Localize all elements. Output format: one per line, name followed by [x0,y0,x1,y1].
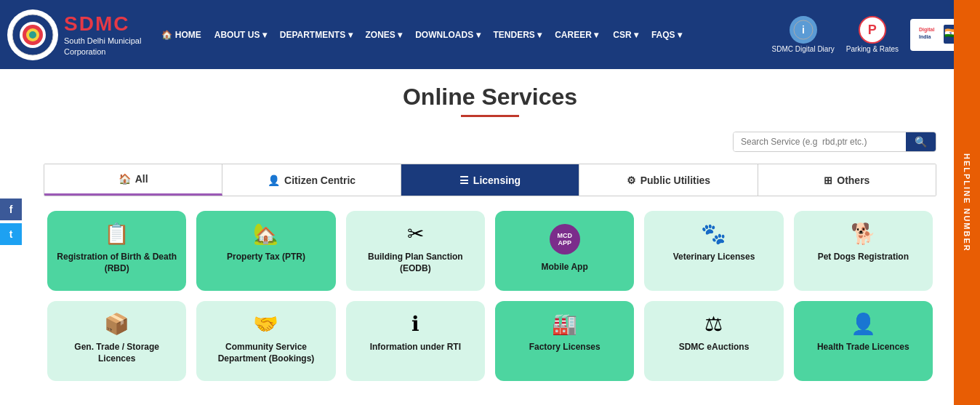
tab-public-utilities[interactable]: ⚙ Public Utilities [579,164,758,196]
gen-trade-icon: 📦 [104,314,129,334]
tab-citizen-label: Citizen Centric [284,175,356,186]
brand-sdmc: SDMC [64,12,141,36]
vet-icon: 🐾 [701,224,726,244]
parking-icon: P [859,16,886,44]
service-mobile-app[interactable]: MCDAPP Mobile App [495,211,634,291]
tab-others-icon: ⊞ [824,175,832,186]
tab-all-label: All [135,173,148,185]
community-label: Community Service Department (Bookings) [204,342,328,364]
community-icon: 🤝 [253,314,278,334]
search-button[interactable]: 🔍 [906,132,936,151]
ptr-icon: 🏡 [253,224,278,244]
tab-utilities-icon: ⚙ [627,175,636,186]
ptr-label: Property Tax (PTR) [227,252,305,263]
parking-label: Parking & Rates [846,45,899,53]
service-rti[interactable]: ℹ Information under RTI [346,301,485,381]
digital-diary-icon: i [790,16,817,44]
eauctions-label: SDMC eAuctions [679,342,750,353]
nav-links: 🏠 HOME ABOUT US ▾ DEPARTMENTS ▾ ZONES ▾ … [141,25,771,44]
tab-others[interactable]: ⊞ Others [758,164,936,196]
service-pet-dogs[interactable]: 🐕 Pet Dogs Registration [794,211,933,291]
nav-csr[interactable]: CSR ▾ [607,25,644,44]
eodb-label: Building Plan Sanction (EODB) [353,252,478,274]
pet-dogs-icon: 🐕 [851,224,876,244]
brand-fullname: South Delhi MunicipalCorporation [64,36,141,57]
factory-icon: 🏭 [552,314,577,334]
page-title-container: Online Services [44,84,936,117]
nav-zones[interactable]: ZONES ▾ [360,25,409,44]
nav-tenders[interactable]: TENDERS ▾ [488,25,548,44]
svg-point-4 [29,31,36,39]
svg-text:i: i [802,24,805,36]
health-trade-icon: 👤 [851,314,876,334]
nav-about[interactable]: ABOUT US ▾ [209,25,273,44]
service-health-trade[interactable]: 👤 Health Trade Licences [794,301,933,381]
brand-text: SDMC South Delhi MunicipalCorporation [64,12,141,57]
vet-label: Veterinary Licenses [673,252,755,263]
service-factory[interactable]: 🏭 Factory Licenses [495,301,634,381]
tab-all[interactable]: 🏠 All [44,164,222,196]
service-ptr[interactable]: 🏡 Property Tax (PTR) [196,211,335,291]
brand: SDMC South Delhi MunicipalCorporation [7,4,141,66]
service-eauctions[interactable]: ⚖ SDMC eAuctions [644,301,783,381]
tab-licensing-label: Licensing [473,175,521,186]
service-rbd[interactable]: 📋 Registration of Birth & Death (RBD) [47,211,186,291]
twitter-icon[interactable]: t [0,223,22,245]
search-box: 🔍 [733,132,936,152]
nav-career[interactable]: CAREER ▾ [549,25,604,44]
tabs-container: 🏠 All 👤 Citizen Centric ☰ Licensing ⚙ Pu… [44,164,936,196]
factory-label: Factory Licenses [529,342,601,353]
digital-diary-btn[interactable]: i SDMC Digital Diary [772,16,835,53]
service-gen-trade[interactable]: 📦 Gen. Trade / Storage Licences [47,301,186,381]
gen-trade-label: Gen. Trade / Storage Licences [55,342,179,364]
navbar: SDMC South Delhi MunicipalCorporation 🏠 … [0,0,980,69]
facebook-icon[interactable]: f [0,199,22,220]
nav-home[interactable]: 🏠 HOME [156,25,206,44]
rti-label: Information under RTI [370,342,461,353]
mobile-app-label: Mobile App [542,262,588,273]
svg-text:Digital: Digital [919,27,934,33]
title-underline [461,115,519,117]
search-input[interactable] [734,132,906,151]
mobile-app-icon: MCDAPP [550,224,580,254]
service-community[interactable]: 🤝 Community Service Department (Bookings… [196,301,335,381]
tab-all-icon: 🏠 [119,173,131,185]
rti-icon: ℹ [411,314,419,334]
nav-departments[interactable]: DEPARTMENTS ▾ [274,25,358,44]
logo-svg [12,14,54,56]
helpline-sidebar[interactable]: HELPLINE NUMBER [954,0,980,403]
tab-citizen-icon: 👤 [268,175,280,186]
nav-downloads[interactable]: DOWNLOADS ▾ [409,25,486,44]
tab-citizen-centric[interactable]: 👤 Citizen Centric [222,164,401,196]
eauctions-icon: ⚖ [704,314,723,334]
logo [7,9,58,60]
tab-utilities-label: Public Utilities [640,175,710,186]
tab-licensing[interactable]: ☰ Licensing [401,164,579,196]
search-container: 🔍 [44,132,936,152]
page-title: Online Services [44,84,936,111]
services-grid: 📋 Registration of Birth & Death (RBD) 🏡 … [44,211,936,381]
rbd-label: Registration of Birth & Death (RBD) [55,252,179,274]
svg-text:India: India [919,34,931,39]
main-content: Online Services 🔍 🏠 All 👤 Citizen Centri… [0,69,980,403]
tab-others-label: Others [837,175,869,186]
digital-diary-label: SDMC Digital Diary [772,45,835,53]
parking-btn[interactable]: P Parking & Rates [846,16,899,53]
service-vet-licenses[interactable]: 🐾 Veterinary Licenses [644,211,783,291]
health-trade-label: Health Trade Licences [817,342,909,353]
rbd-icon: 📋 [104,224,129,244]
pet-dogs-label: Pet Dogs Registration [818,252,909,263]
tab-licensing-icon: ☰ [459,175,469,186]
social-icons: f t [0,199,22,246]
eodb-icon: ✂ [407,224,424,244]
nav-right: i SDMC Digital Diary P Parking & Rates D… [772,16,973,53]
nav-faqs[interactable]: FAQS ▾ [646,25,688,44]
service-eodb[interactable]: ✂ Building Plan Sanction (EODB) [346,211,485,291]
